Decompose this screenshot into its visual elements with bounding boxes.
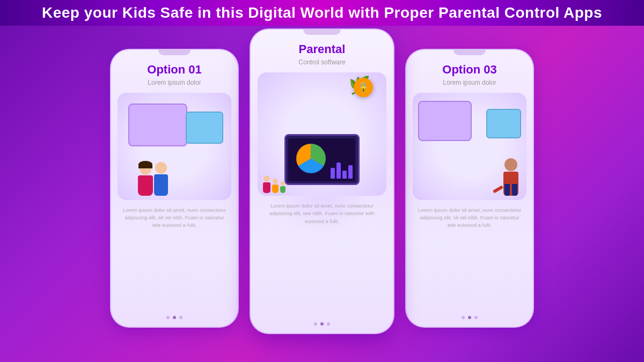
card-03-dots xyxy=(462,316,478,319)
figure-boy xyxy=(154,162,168,196)
card-01-dots xyxy=(166,316,182,319)
cards-container: Option 01 Lorem ipsum dolor xyxy=(94,42,550,334)
family-figures xyxy=(263,175,286,193)
presenter-leg-right xyxy=(512,184,517,196)
dot-3 xyxy=(179,316,182,319)
screen-bg-purple xyxy=(128,104,187,146)
dot-c1 xyxy=(314,322,317,326)
sf-head-2 xyxy=(273,179,278,184)
screen-bg-r-blue xyxy=(486,109,521,138)
card-parental: Parental Control software 🌿 🔒 xyxy=(250,28,394,334)
card-03-text-area: Lorem ipsum dolor sit amet, nunc consect… xyxy=(416,206,524,316)
card-01-illustration xyxy=(118,93,231,200)
card-03-illustration xyxy=(413,93,526,200)
card-center-subtitle: Control software xyxy=(298,58,345,66)
sf-head-3 xyxy=(281,181,285,186)
dot-2-active xyxy=(173,316,176,319)
card-01-subtitle: Lorem ipsum dolor xyxy=(148,79,201,86)
header-banner: Keep your Kids Safe in this Digital Worl… xyxy=(0,0,644,26)
pie-chart xyxy=(296,144,326,173)
card-03-title: Option 03 xyxy=(442,63,496,77)
phone-notch-center xyxy=(303,29,341,35)
dot-1 xyxy=(166,316,170,319)
presenter-arm xyxy=(493,185,503,193)
screen-bg-r-purple xyxy=(418,101,472,141)
dot-r3 xyxy=(474,316,478,319)
small-figure-2 xyxy=(272,179,279,193)
bar-1 xyxy=(331,168,335,179)
card-center-text-area: Lorem ipsum dolor sit amet, nunc consect… xyxy=(261,202,383,322)
monitor xyxy=(284,134,360,185)
card-center-dots xyxy=(314,322,330,326)
dot-c2-active xyxy=(320,322,324,326)
lock-icon: 🔒 xyxy=(354,78,373,97)
sf-body-3 xyxy=(280,186,286,193)
card-center-illustration: 🌿 🔒 xyxy=(258,72,386,196)
dot-c3 xyxy=(327,322,330,326)
card-03-description: Lorem ipsum dolor sit amet, nunc consect… xyxy=(418,206,522,230)
card-03-subtitle: Lorem ipsum dolor xyxy=(443,79,496,86)
boy-head xyxy=(155,162,167,174)
girl-hair xyxy=(138,161,152,168)
bar-4 xyxy=(348,165,353,179)
girl-body xyxy=(138,175,153,196)
card-option-03: Option 03 Lorem ipsum dolor Lorem xyxy=(405,49,534,328)
presenter-body xyxy=(503,172,518,196)
dot-r1 xyxy=(462,316,465,319)
screen-bg-blue xyxy=(186,112,223,144)
presenter-head xyxy=(504,158,517,171)
bar-2 xyxy=(336,162,341,179)
kids-illustration xyxy=(118,93,231,200)
bar-3 xyxy=(342,171,347,179)
figure-presenter xyxy=(503,158,518,196)
chart-bars xyxy=(331,162,353,179)
sf-body-1 xyxy=(263,182,270,193)
small-figure-3 xyxy=(280,181,286,193)
dot-r2-active xyxy=(468,316,471,319)
phone-notch-1 xyxy=(158,50,191,55)
phone-notch-3 xyxy=(453,50,486,55)
presenter-leg-left xyxy=(504,184,510,196)
monitor-screen xyxy=(288,138,355,181)
card-01-text-area: Lorem ipsum dolor sit amet, nunc consect… xyxy=(121,206,229,316)
small-figure-1 xyxy=(263,175,270,193)
sf-body-2 xyxy=(272,184,279,193)
card-01-description: Lorem ipsum dolor sit amet, nunc consect… xyxy=(123,206,226,230)
card-option-01: Option 01 Lorem ipsum dolor xyxy=(110,49,239,328)
boy-body xyxy=(154,174,168,196)
parental-illustration: 🌿 🔒 xyxy=(258,72,386,196)
card-center-title: Parental xyxy=(299,42,346,56)
header-title: Keep your Kids Safe in this Digital Worl… xyxy=(11,4,633,21)
sf-head-1 xyxy=(264,175,270,182)
figure-girl xyxy=(138,163,153,196)
girl-head xyxy=(140,163,151,175)
card-01-title: Option 01 xyxy=(147,63,201,77)
card-center-description: Lorem ipsum dolor sit amet, nunc consect… xyxy=(264,202,380,225)
presenter-illustration xyxy=(413,93,526,200)
